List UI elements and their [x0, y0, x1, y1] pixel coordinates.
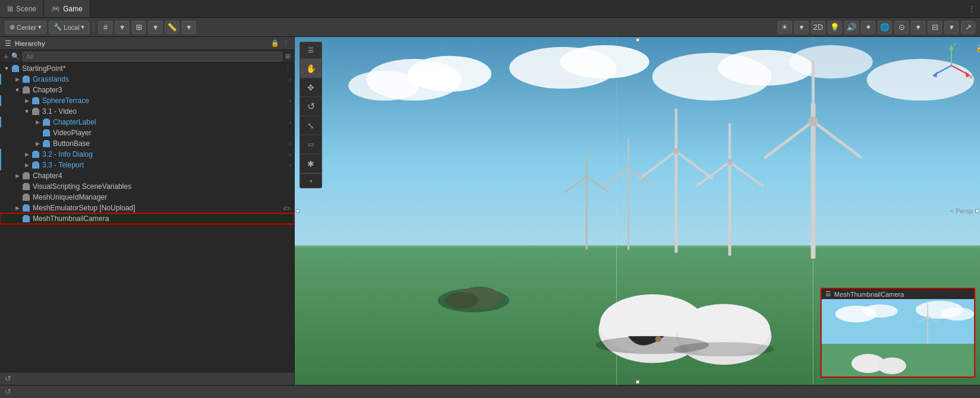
rotate-tool-button[interactable]: ↺ — [300, 97, 322, 116]
snap-toggle-button[interactable]: # — [98, 21, 113, 34]
game-tab[interactable]: 🎮 Game — [44, 0, 90, 17]
svg-marker-84 — [932, 71, 938, 77]
sphereterrace-label: SphereTerrace — [42, 97, 289, 105]
tree-item-buttonbase[interactable]: ▶ ButtonBase › — [0, 138, 294, 149]
2d-button[interactable]: 2D — [811, 21, 825, 34]
scene-tab[interactable]: ⊞ Scene — [0, 0, 44, 17]
tab-more-button[interactable]: ⋮ — [963, 0, 980, 17]
videoplayer-label: VideoPlayer — [53, 129, 291, 137]
chapter3-icon — [21, 85, 31, 95]
tree-item-grasslands[interactable]: ▶ Grasslands › — [0, 74, 294, 85]
center-button[interactable]: ⊕ Center ▾ — [5, 21, 46, 34]
move-icon: ✥ — [307, 83, 314, 92]
chapterlabel-border — [0, 117, 1, 128]
tools-menu-icon: ☰ — [308, 46, 314, 54]
gizmos-dropdown-button[interactable]: ▾ — [911, 21, 925, 34]
camera-preview-panel: ☰ MeshThumbnailCamera — [820, 288, 975, 378]
hierarchy-bottom-bar: ↺ — [0, 372, 294, 385]
hand-icon: ✋ — [306, 64, 316, 73]
svg-point-37 — [789, 45, 873, 79]
tree-item-chapter4[interactable]: ▶ Chapter4 — [0, 170, 294, 181]
33teleport-chevron: › — [289, 162, 291, 169]
svg-line-51 — [697, 162, 730, 186]
layers-button[interactable]: ⊟ — [928, 21, 942, 34]
tree-item-chapterlabel[interactable]: ▶ ChapterLabel › — [0, 117, 294, 128]
render-effects-button[interactable]: ✦ — [861, 21, 875, 34]
tree-item-chapter3[interactable]: ▼ Chapter3 — [0, 85, 294, 95]
svg-line-41 — [766, 122, 813, 157]
33teleport-border — [0, 160, 1, 170]
light-icon-button[interactable]: 💡 — [828, 21, 842, 34]
svg-rect-23 — [24, 183, 29, 185]
rect-icon: ▭ — [308, 141, 314, 148]
ruler-button[interactable]: 📏 — [165, 21, 179, 34]
svg-line-46 — [641, 151, 676, 178]
local-button[interactable]: 🔧 Local ▾ — [49, 21, 89, 34]
transform-icon: ✱ — [307, 159, 314, 169]
gizmos-button[interactable]: ⊙ — [894, 21, 909, 34]
chapter4-label: Chapter4 — [33, 172, 291, 180]
hierarchy-search-input[interactable] — [23, 52, 282, 61]
videoplayer-arrow — [33, 128, 42, 138]
hierarchy-bottom-icon: ↺ — [5, 374, 11, 383]
31video-label: 3.1 - Video — [42, 107, 291, 116]
ruler-dropdown-button[interactable]: ▾ — [182, 21, 196, 34]
rect-tool-button[interactable]: ▭ — [300, 135, 322, 154]
toggle-skybox-button[interactable]: 🌐 — [878, 21, 892, 34]
scale-tool-button[interactable]: ⤡ — [300, 116, 322, 135]
tree-item-visualscripting[interactable]: VisualScripting SceneVariables — [0, 181, 294, 192]
tree-item-31video[interactable]: ▼ 3.1 - Video — [0, 106, 294, 117]
search-options-button[interactable]: ⊞ — [285, 52, 291, 60]
svg-line-52 — [730, 162, 763, 186]
tree-item-meshthumbnail[interactable]: MeshThumbnailCamera — [0, 213, 294, 224]
tree-item-videoplayer[interactable]: VideoPlayer — [0, 128, 294, 138]
tree-item-meshuniqueid[interactable]: MeshUniqueIdManager — [0, 192, 294, 203]
lighting-dropdown-button[interactable]: ▾ — [794, 21, 809, 34]
buttonbase-icon — [42, 139, 51, 148]
hierarchy-tree: ▼ StartingPoint* ⋮ ▶ Grasslands › ▼ — [0, 63, 294, 372]
camera-preview-viewport — [822, 299, 974, 377]
hand-tool-button[interactable]: ✋ — [300, 59, 322, 78]
tree-item-meshemulator[interactable]: ▶ MeshEmulatorSetup [NoUpload] 🏷 › — [0, 203, 294, 213]
chapterlabel-label: ChapterLabel — [53, 118, 289, 126]
scene-view-options[interactable]: ↗ — [961, 21, 975, 34]
svg-rect-3 — [24, 76, 29, 78]
tree-item-33teleport[interactable]: ▶ 3.3 - Teleport › — [0, 160, 294, 170]
move-tool-button[interactable]: ✥ — [300, 78, 322, 97]
lighting-button[interactable]: ☀ — [778, 21, 792, 34]
top-tab-bar: ⊞ Scene 🎮 Game ⋮ — [0, 0, 980, 18]
chapter3-label: Chapter3 — [33, 86, 291, 94]
grid-dropdown-button[interactable]: ▾ — [148, 21, 163, 34]
audio-button[interactable]: 🔊 — [844, 21, 859, 34]
snap-dropdown-button[interactable]: ▾ — [115, 21, 129, 34]
startingpoint-more[interactable]: ⋮ — [285, 65, 291, 73]
svg-point-31 — [408, 56, 491, 92]
chapter4-icon — [21, 171, 31, 181]
meshemulator-arrow: ▶ — [13, 203, 21, 213]
hierarchy-lock-icon[interactable]: 🔒 — [271, 39, 279, 47]
add-hierarchy-item-button[interactable]: + — [4, 52, 8, 61]
2d-label: 2D — [813, 23, 823, 32]
layers-dropdown-button[interactable]: ▾ — [944, 21, 959, 34]
gizmo-lock-icon[interactable]: 🔒 — [976, 45, 980, 52]
scene-viewport[interactable]: ☰ ✋ ✥ ↺ ⤡ ▭ ✱ ▾ < — [295, 37, 980, 385]
meshthumbnail-icon — [21, 214, 31, 223]
33teleport-arrow: ▶ — [23, 160, 31, 170]
chapterlabel-chevron: › — [289, 119, 291, 126]
tree-item-32info[interactable]: ▶ 3.2 - Info Dialog › — [0, 149, 294, 160]
svg-rect-15 — [44, 140, 49, 142]
startingpoint-arrow: ▼ — [2, 63, 11, 74]
hierarchy-more-icon[interactable]: ⋮ — [283, 39, 289, 47]
camera-preview-header: ☰ MeshThumbnailCamera — [822, 289, 974, 299]
grid-button[interactable]: ⊞ — [132, 21, 146, 34]
meshemulator-tag-icon: 🏷 — [283, 205, 289, 212]
meshthumbnail-arrow — [13, 213, 21, 224]
meshuniqueid-arrow — [13, 192, 21, 203]
gizmo-overlay: Y X 🔒 — [928, 42, 975, 89]
transform-tool-button[interactable]: ✱ — [300, 154, 322, 173]
tree-item-startingpoint[interactable]: ▼ StartingPoint* ⋮ — [0, 63, 294, 74]
grasslands-label: Grasslands — [33, 75, 289, 83]
tree-item-sphereterrace[interactable]: ▶ SphereTerrace › — [0, 95, 294, 106]
tool-more-button[interactable]: ▾ — [300, 173, 322, 188]
svg-line-61 — [586, 176, 607, 192]
